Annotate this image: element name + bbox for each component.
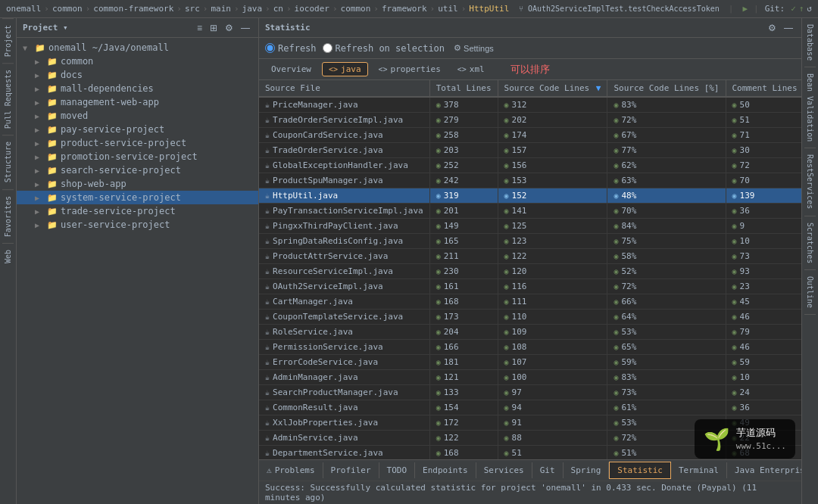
col-comment-lines[interactable]: Comment Lines	[726, 80, 801, 97]
table-row[interactable]: ☕SearchProductManager.java◉133◉97◉73%◉24…	[259, 385, 801, 400]
tool-git[interactable]: Git	[532, 462, 564, 478]
cell-source-file: ☕CartManager.java	[259, 294, 429, 310]
refresh-on-selection-label[interactable]: Refresh on selection	[323, 43, 445, 54]
tree-item-user-service[interactable]: ▶ 📁 user-service-project	[17, 218, 258, 232]
table-row[interactable]: ☕ProductSpuManager.java◉242◉153◉63%◉70◉2…	[259, 173, 801, 188]
tree-item-search-service[interactable]: ▶ 📁 search-service-project	[17, 163, 258, 177]
sidebar-settings-btn[interactable]: ⚙	[223, 22, 236, 34]
breadcrumb-item[interactable]: common-framework	[93, 4, 173, 14]
refresh-radio[interactable]	[265, 43, 275, 53]
tool-java-enterprise[interactable]: Java Enterprise	[727, 462, 801, 478]
git-check-icon[interactable]: ✓	[791, 4, 796, 14]
table-row[interactable]: ☕OAuth2ServiceImpl.java◉161◉116◉72%◉23◉1…	[259, 279, 801, 294]
tree-item-docs[interactable]: ▶ 📁 docs	[17, 68, 258, 82]
tool-statistic[interactable]: Statistic	[609, 462, 671, 479]
breadcrumb-item[interactable]: main	[211, 4, 231, 14]
breadcrumb-item[interactable]: util	[438, 4, 458, 14]
table-row[interactable]: ☕AdminManager.java◉121◉100◉83%◉10◉8%◉11◉…	[259, 370, 801, 385]
tab-java[interactable]: <> java	[322, 62, 368, 76]
breadcrumb-item[interactable]: java	[242, 4, 263, 14]
col-source-code-pct[interactable]: Source Code Lines [%]	[607, 80, 726, 97]
tree-root-item[interactable]: ▼ 📁 onemall ~/Java/onemall	[17, 41, 258, 54]
sidebar-expand-btn[interactable]: ⊞	[208, 22, 220, 34]
tab-overview[interactable]: Overview	[265, 63, 317, 76]
left-strip-project[interactable]: Project	[2, 18, 14, 63]
table-row[interactable]: ☕CouponTemplateService.java◉173◉110◉64%◉…	[259, 310, 801, 325]
right-strip-bean-validation[interactable]: Bean Validation	[804, 67, 816, 148]
cell-count-icon: ◉	[732, 313, 737, 321]
tree-item-system-service[interactable]: ▶ 📁 system-service-project	[17, 191, 258, 204]
col-source-code-lines[interactable]: Source Code Lines ▼	[498, 80, 607, 97]
right-strip-outline[interactable]: Outline	[804, 270, 816, 315]
tool-problems[interactable]: ⚠ Problems	[259, 462, 323, 478]
table-row[interactable]: ☕RoleService.java◉204◉109◉53%◉79◉39%◉16◉…	[259, 325, 801, 340]
right-strip-rest-services[interactable]: RestServices	[804, 148, 816, 216]
git-arrow-icon[interactable]: ↑	[799, 4, 804, 14]
tree-item-pay-service[interactable]: ▶ 📁 pay-service-project	[17, 123, 258, 136]
breadcrumb-item-active[interactable]: HttpUtil	[469, 4, 509, 14]
left-strip-favorites[interactable]: Favorites	[2, 189, 14, 243]
table-row[interactable]: ☕TradeOrderService.java◉203◉157◉77%◉30◉1…	[259, 143, 801, 158]
tree-item-trade-service[interactable]: ▶ 📁 trade-service-project	[17, 204, 258, 218]
table-row[interactable]: ☕CouponCardService.java◉258◉174◉67%◉71◉2…	[259, 128, 801, 143]
tool-services[interactable]: Services	[476, 462, 532, 478]
col-total-lines[interactable]: Total Lines	[429, 80, 498, 97]
git-undo-icon[interactable]: ↺	[807, 4, 812, 14]
table-row[interactable]: ☕GlobalExceptionHandler.java◉252◉156◉62%…	[259, 158, 801, 173]
tree-item-common[interactable]: ▶ 📁 common	[17, 54, 258, 68]
tool-todo[interactable]: TODO	[379, 462, 416, 478]
breadcrumb-item[interactable]: onemall	[6, 4, 41, 14]
tree-item-shop-web-app[interactable]: ▶ 📁 shop-web-app	[17, 177, 258, 191]
tool-spring[interactable]: Spring	[564, 462, 610, 478]
tab-xml[interactable]: <> xml	[451, 63, 491, 76]
tool-terminal[interactable]: Terminal	[671, 462, 727, 478]
tool-profiler[interactable]: Profiler	[323, 462, 379, 478]
left-strip-pull-requests[interactable]: Pull Requests	[2, 63, 14, 135]
sidebar-close-btn[interactable]: —	[239, 22, 252, 34]
table-row[interactable]: ☕TradeOrderServiceImpl.java◉279◉202◉72%◉…	[259, 113, 801, 128]
breadcrumb-item[interactable]: common	[52, 4, 83, 14]
tree-item-label: product-service-project	[61, 138, 186, 148]
refresh-radio-label[interactable]: Refresh	[265, 43, 317, 54]
breadcrumb-item[interactable]: framework	[382, 4, 427, 14]
breadcrumb-item[interactable]: common	[341, 4, 371, 14]
table-row[interactable]: ☕PingxxThirdPayClient.java◉149◉125◉84%◉9…	[259, 219, 801, 234]
breadcrumb-item[interactable]: iocoder	[295, 4, 329, 14]
statistic-minimize-btn[interactable]: —	[782, 22, 795, 34]
tree-item-product-service[interactable]: ▶ 📁 product-service-project	[17, 136, 258, 150]
settings-button[interactable]: ⚙ Settings	[451, 42, 497, 54]
tree-item-moved[interactable]: ▶ 📁 moved	[17, 109, 258, 123]
statistic-settings-btn[interactable]: ⚙	[766, 22, 779, 34]
tree-arrow-icon: ▶	[35, 58, 44, 66]
breadcrumb-item[interactable]: cn	[273, 4, 283, 14]
refresh-on-selection-radio[interactable]	[323, 43, 333, 53]
table-row[interactable]: ☕ErrorCodeService.java◉181◉107◉59%◉59◉33…	[259, 355, 801, 370]
breadcrumb-item[interactable]: src	[185, 4, 200, 14]
left-strip-web[interactable]: Web	[2, 243, 14, 269]
tree-item-promotion-service[interactable]: ▶ 📁 promotion-service-project	[17, 150, 258, 163]
tab-properties[interactable]: <> properties	[373, 63, 447, 76]
statistic-table-container[interactable]: Source File Total Lines Source Code Line…	[259, 80, 801, 459]
table-row[interactable]: ☕CommonResult.java◉154◉94◉61%◉36◉23%◉24◉…	[259, 400, 801, 415]
col-source-file[interactable]: Source File	[259, 80, 429, 97]
sidebar-collapse-btn[interactable]: ≡	[195, 22, 204, 34]
tool-endpoints[interactable]: Endpoints	[415, 462, 476, 478]
table-row[interactable]: ☕HttpUtil.java◉319◉152◉48%◉139◉44%◉28◉9%	[259, 188, 801, 204]
right-strip-database[interactable]: Database	[804, 18, 816, 67]
left-strip-structure[interactable]: Structure	[2, 135, 14, 188]
table-row[interactable]: ☕ProductAttrService.java◉211◉122◉58%◉73◉…	[259, 249, 801, 264]
table-row[interactable]: ☕PriceManager.java◉378◉312◉83%◉50◉13%◉16…	[259, 97, 801, 113]
table-row[interactable]: ☕SpringDataRedisConfig.java◉165◉123◉75%◉…	[259, 234, 801, 249]
table-row[interactable]: ☕CartManager.java◉168◉111◉66%◉45◉27%◉12◉…	[259, 294, 801, 310]
right-strip-scratches[interactable]: Scratches	[804, 216, 816, 270]
run-icon[interactable]: ▶	[742, 4, 748, 14]
cell-source-code-lines: ◉110	[498, 310, 607, 325]
tree-item-label: user-service-project	[61, 219, 170, 230]
cell-total-lines: ◉279	[429, 113, 498, 128]
table-row[interactable]: ☕PayTransactionServiceImpl.java◉201◉141◉…	[259, 204, 801, 219]
table-row[interactable]: ☕PermissionService.java◉166◉108◉65%◉46◉2…	[259, 340, 801, 355]
tree-item-management-web-app[interactable]: ▶ 📁 management-web-app	[17, 95, 258, 109]
tree-item-label: management-web-app	[61, 97, 159, 107]
table-row[interactable]: ☕ResourceServiceImpl.java◉230◉120◉52%◉93…	[259, 264, 801, 279]
tree-item-mall-dependencies[interactable]: ▶ 📁 mall-dependencies	[17, 82, 258, 95]
